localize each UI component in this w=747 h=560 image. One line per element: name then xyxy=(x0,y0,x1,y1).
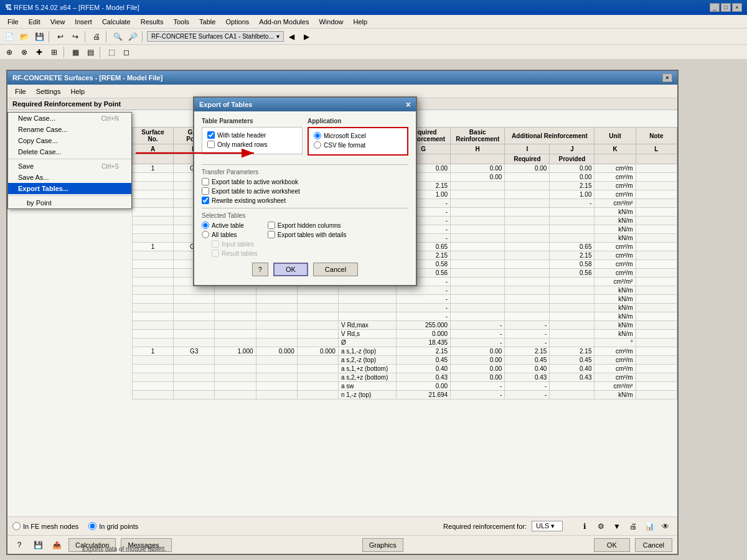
redo-button[interactable]: ↪ xyxy=(68,30,82,44)
module-menu-file[interactable]: File xyxy=(10,86,31,96)
menu-results[interactable]: Results xyxy=(136,17,169,27)
zoom-out-button[interactable]: 🔎 xyxy=(126,30,139,44)
cell-add-prov xyxy=(550,338,594,347)
help-icon-button[interactable]: ? xyxy=(12,538,26,552)
tool-2[interactable]: ⊗ xyxy=(17,45,31,59)
tool-1[interactable]: ⊕ xyxy=(2,45,16,59)
export-details-checkbox[interactable] xyxy=(268,231,275,238)
save-button[interactable]: 💾 xyxy=(32,30,46,44)
tool-3[interactable]: ✚ xyxy=(32,45,46,59)
cell-basic-reinf: - xyxy=(451,321,505,330)
menu-view[interactable]: View xyxy=(45,17,70,27)
menu-calculate[interactable]: Calculate xyxy=(97,17,136,27)
cell-add-prov: 0.65 xyxy=(550,243,594,251)
csv-radio[interactable] xyxy=(314,141,321,149)
all-tables-radio[interactable] xyxy=(202,231,209,238)
dialog-title-bar: Export of Tables × xyxy=(194,98,416,111)
menu-copy-case[interactable]: Copy Case... xyxy=(8,135,131,146)
active-worksheet-checkbox[interactable] xyxy=(202,187,209,195)
radio-grid-points-input[interactable] xyxy=(88,522,96,530)
settings-icon-button[interactable]: ⚙ xyxy=(594,520,608,533)
rewrite-worksheet-checkbox[interactable] xyxy=(202,197,209,204)
module-cancel-button[interactable]: Cancel xyxy=(635,538,672,552)
radio-fe-mesh[interactable]: In FE mesh nodes xyxy=(12,522,78,530)
export-small-button[interactable]: 📤 xyxy=(50,538,63,552)
module-menu-settings[interactable]: Settings xyxy=(31,86,66,96)
dialog-cancel-button[interactable]: Cancel xyxy=(313,263,358,276)
menu-save-as[interactable]: Save As... xyxy=(8,172,131,183)
col-header-surface: SurfaceNo. xyxy=(133,128,174,144)
menu-table[interactable]: Table xyxy=(194,17,220,27)
cell-note xyxy=(636,190,677,199)
rewrite-worksheet-label: Rewrite existing worksheet xyxy=(212,197,286,204)
menu-window[interactable]: Window xyxy=(314,17,348,27)
save-small-button[interactable]: 💾 xyxy=(31,538,45,552)
info-icon-button[interactable]: ℹ xyxy=(578,520,591,533)
menu-save[interactable]: Save Ctrl+S xyxy=(8,161,131,172)
cell-unit: cm²/m² xyxy=(594,278,636,286)
cell-y xyxy=(256,338,297,347)
req-reinf-text: ULS xyxy=(536,522,549,530)
tool-5[interactable]: ▦ xyxy=(68,45,82,59)
with-header-checkbox[interactable] xyxy=(207,131,215,139)
nav-forward-button[interactable]: ▶ xyxy=(300,30,314,44)
tool-6[interactable]: ▤ xyxy=(83,45,97,59)
module-selector[interactable]: RF-CONCRETE Surfaces CA1 - Stahlbeto... … xyxy=(147,31,284,42)
chart-icon-button[interactable]: 📊 xyxy=(642,520,656,533)
menu-addon[interactable]: Add-on Modules xyxy=(254,17,314,27)
tool-4[interactable]: ⊞ xyxy=(47,45,61,59)
dialog-close-button[interactable]: × xyxy=(406,100,411,109)
menu-tools[interactable]: Tools xyxy=(168,17,194,27)
print-icon-button[interactable]: 🖨 xyxy=(626,520,640,533)
minimize-button[interactable]: _ xyxy=(710,3,720,12)
cell-surface xyxy=(133,260,174,269)
cell-basic-reinf xyxy=(451,243,505,251)
toolbar-sep-3 xyxy=(106,31,108,42)
cell-note xyxy=(636,199,677,208)
cell-x: 1.000 xyxy=(215,347,256,356)
menu-rename-case[interactable]: Rename Case... xyxy=(8,124,131,135)
open-button[interactable]: 📂 xyxy=(17,30,31,44)
active-table-radio[interactable] xyxy=(202,222,209,229)
menu-by-point[interactable]: by Point xyxy=(8,197,131,208)
nav-back-button[interactable]: ◀ xyxy=(285,30,299,44)
menu-insert[interactable]: Insert xyxy=(70,17,97,27)
req-reinf-value[interactable]: ULS ▾ xyxy=(532,521,563,531)
dialog-help-button[interactable]: ? xyxy=(252,263,268,276)
export-dialog: Export of Tables × Table Parameters With… xyxy=(193,96,417,286)
zoom-in-button[interactable]: 🔍 xyxy=(111,30,125,44)
active-worksheet-row: Export table to active worksheet xyxy=(202,187,408,195)
dialog-sep-2 xyxy=(202,208,408,208)
radio-fe-mesh-input[interactable] xyxy=(12,522,21,530)
menu-delete-case[interactable]: Delete Case... xyxy=(8,146,131,157)
radio-grid-points[interactable]: In grid points xyxy=(88,522,138,530)
print-button[interactable]: 🖨 xyxy=(90,30,103,44)
cell-basic-reinf: - xyxy=(451,330,505,338)
module-close-button[interactable]: × xyxy=(662,73,672,82)
cell-note xyxy=(636,373,677,382)
undo-button[interactable]: ↩ xyxy=(54,30,67,44)
dialog-ok-button[interactable]: OK xyxy=(273,263,308,276)
menu-file[interactable]: File xyxy=(2,17,24,27)
eye-icon-button[interactable]: 👁 xyxy=(659,520,672,533)
excel-radio[interactable] xyxy=(314,132,321,139)
active-workbook-checkbox[interactable] xyxy=(202,178,209,185)
filter-icon-button[interactable]: ▼ xyxy=(610,520,624,533)
module-menu-help[interactable]: Help xyxy=(65,86,90,96)
menu-edit[interactable]: Edit xyxy=(24,17,45,27)
table-row: a s,1,+z (bottom) 0.40 0.00 0.40 0.40 cm… xyxy=(133,365,677,373)
graphics-button[interactable]: Graphics xyxy=(362,538,403,552)
tool-7[interactable]: ⬚ xyxy=(105,45,118,59)
export-hidden-checkbox[interactable] xyxy=(268,222,275,229)
menu-export-tables[interactable]: Export Tables... xyxy=(8,183,131,194)
table-params-header: Table Parameters xyxy=(202,118,303,124)
cell-add-prov: 1.00 xyxy=(550,190,594,199)
close-app-button[interactable]: × xyxy=(732,3,742,12)
menu-options[interactable]: Options xyxy=(220,17,254,27)
new-file-button[interactable]: 📄 xyxy=(2,30,16,44)
module-ok-button[interactable]: OK xyxy=(594,538,630,552)
menu-help[interactable]: Help xyxy=(349,17,373,27)
maximize-button[interactable]: □ xyxy=(721,3,731,12)
menu-new-case[interactable]: New Case... Ctrl+N xyxy=(8,113,131,124)
tool-8[interactable]: ◻ xyxy=(120,45,133,59)
